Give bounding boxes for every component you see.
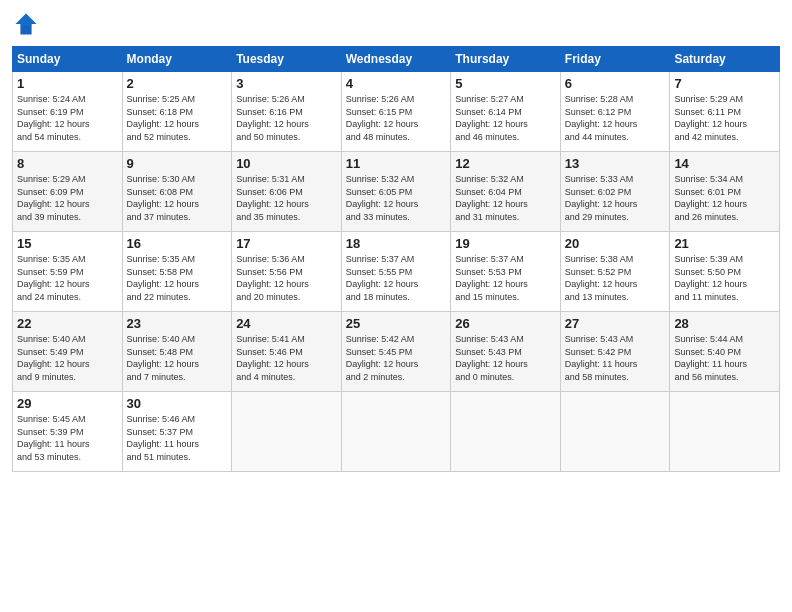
day-detail: Sunrise: 5:32 AM Sunset: 6:04 PM Dayligh… [455,173,556,223]
calendar-cell: 27Sunrise: 5:43 AM Sunset: 5:42 PM Dayli… [560,312,670,392]
day-detail: Sunrise: 5:44 AM Sunset: 5:40 PM Dayligh… [674,333,775,383]
col-header-wednesday: Wednesday [341,47,451,72]
day-number: 25 [346,316,447,331]
day-detail: Sunrise: 5:27 AM Sunset: 6:14 PM Dayligh… [455,93,556,143]
day-detail: Sunrise: 5:41 AM Sunset: 5:46 PM Dayligh… [236,333,337,383]
day-number: 11 [346,156,447,171]
calendar-cell: 29Sunrise: 5:45 AM Sunset: 5:39 PM Dayli… [13,392,123,472]
calendar-cell: 15Sunrise: 5:35 AM Sunset: 5:59 PM Dayli… [13,232,123,312]
logo-icon [12,10,40,38]
day-number: 24 [236,316,337,331]
day-detail: Sunrise: 5:33 AM Sunset: 6:02 PM Dayligh… [565,173,666,223]
calendar-cell [560,392,670,472]
day-detail: Sunrise: 5:29 AM Sunset: 6:11 PM Dayligh… [674,93,775,143]
calendar-cell: 8Sunrise: 5:29 AM Sunset: 6:09 PM Daylig… [13,152,123,232]
col-header-saturday: Saturday [670,47,780,72]
day-number: 29 [17,396,118,411]
calendar-cell: 11Sunrise: 5:32 AM Sunset: 6:05 PM Dayli… [341,152,451,232]
day-number: 23 [127,316,228,331]
day-number: 6 [565,76,666,91]
calendar-cell: 3Sunrise: 5:26 AM Sunset: 6:16 PM Daylig… [232,72,342,152]
logo [12,10,44,38]
day-detail: Sunrise: 5:32 AM Sunset: 6:05 PM Dayligh… [346,173,447,223]
day-detail: Sunrise: 5:34 AM Sunset: 6:01 PM Dayligh… [674,173,775,223]
calendar-cell: 13Sunrise: 5:33 AM Sunset: 6:02 PM Dayli… [560,152,670,232]
calendar-cell [341,392,451,472]
calendar-cell: 26Sunrise: 5:43 AM Sunset: 5:43 PM Dayli… [451,312,561,392]
calendar-cell: 21Sunrise: 5:39 AM Sunset: 5:50 PM Dayli… [670,232,780,312]
col-header-monday: Monday [122,47,232,72]
col-header-friday: Friday [560,47,670,72]
day-number: 18 [346,236,447,251]
col-header-sunday: Sunday [13,47,123,72]
day-detail: Sunrise: 5:37 AM Sunset: 5:53 PM Dayligh… [455,253,556,303]
day-detail: Sunrise: 5:24 AM Sunset: 6:19 PM Dayligh… [17,93,118,143]
day-number: 17 [236,236,337,251]
day-number: 22 [17,316,118,331]
calendar-cell: 22Sunrise: 5:40 AM Sunset: 5:49 PM Dayli… [13,312,123,392]
calendar-cell: 2Sunrise: 5:25 AM Sunset: 6:18 PM Daylig… [122,72,232,152]
calendar-container: SundayMondayTuesdayWednesdayThursdayFrid… [0,0,792,482]
calendar-cell: 23Sunrise: 5:40 AM Sunset: 5:48 PM Dayli… [122,312,232,392]
calendar-cell: 16Sunrise: 5:35 AM Sunset: 5:58 PM Dayli… [122,232,232,312]
day-detail: Sunrise: 5:35 AM Sunset: 5:59 PM Dayligh… [17,253,118,303]
day-detail: Sunrise: 5:31 AM Sunset: 6:06 PM Dayligh… [236,173,337,223]
col-header-thursday: Thursday [451,47,561,72]
day-detail: Sunrise: 5:36 AM Sunset: 5:56 PM Dayligh… [236,253,337,303]
day-number: 8 [17,156,118,171]
day-number: 19 [455,236,556,251]
calendar-cell: 25Sunrise: 5:42 AM Sunset: 5:45 PM Dayli… [341,312,451,392]
day-number: 3 [236,76,337,91]
day-detail: Sunrise: 5:35 AM Sunset: 5:58 PM Dayligh… [127,253,228,303]
col-header-tuesday: Tuesday [232,47,342,72]
day-number: 14 [674,156,775,171]
day-detail: Sunrise: 5:37 AM Sunset: 5:55 PM Dayligh… [346,253,447,303]
day-number: 30 [127,396,228,411]
day-number: 28 [674,316,775,331]
day-detail: Sunrise: 5:40 AM Sunset: 5:48 PM Dayligh… [127,333,228,383]
day-number: 27 [565,316,666,331]
day-detail: Sunrise: 5:38 AM Sunset: 5:52 PM Dayligh… [565,253,666,303]
calendar-cell: 20Sunrise: 5:38 AM Sunset: 5:52 PM Dayli… [560,232,670,312]
day-number: 12 [455,156,556,171]
day-detail: Sunrise: 5:30 AM Sunset: 6:08 PM Dayligh… [127,173,228,223]
calendar-cell [670,392,780,472]
day-detail: Sunrise: 5:28 AM Sunset: 6:12 PM Dayligh… [565,93,666,143]
calendar-cell: 24Sunrise: 5:41 AM Sunset: 5:46 PM Dayli… [232,312,342,392]
day-number: 1 [17,76,118,91]
day-number: 26 [455,316,556,331]
calendar-cell [451,392,561,472]
day-detail: Sunrise: 5:43 AM Sunset: 5:43 PM Dayligh… [455,333,556,383]
calendar-cell: 18Sunrise: 5:37 AM Sunset: 5:55 PM Dayli… [341,232,451,312]
day-detail: Sunrise: 5:39 AM Sunset: 5:50 PM Dayligh… [674,253,775,303]
day-detail: Sunrise: 5:26 AM Sunset: 6:15 PM Dayligh… [346,93,447,143]
calendar-cell: 7Sunrise: 5:29 AM Sunset: 6:11 PM Daylig… [670,72,780,152]
calendar-cell [232,392,342,472]
calendar-table: SundayMondayTuesdayWednesdayThursdayFrid… [12,46,780,472]
day-number: 10 [236,156,337,171]
calendar-cell: 28Sunrise: 5:44 AM Sunset: 5:40 PM Dayli… [670,312,780,392]
day-number: 4 [346,76,447,91]
day-number: 7 [674,76,775,91]
day-number: 21 [674,236,775,251]
day-detail: Sunrise: 5:26 AM Sunset: 6:16 PM Dayligh… [236,93,337,143]
calendar-cell: 14Sunrise: 5:34 AM Sunset: 6:01 PM Dayli… [670,152,780,232]
day-number: 20 [565,236,666,251]
calendar-header [12,10,780,38]
calendar-cell: 10Sunrise: 5:31 AM Sunset: 6:06 PM Dayli… [232,152,342,232]
day-detail: Sunrise: 5:25 AM Sunset: 6:18 PM Dayligh… [127,93,228,143]
calendar-cell: 6Sunrise: 5:28 AM Sunset: 6:12 PM Daylig… [560,72,670,152]
calendar-cell: 4Sunrise: 5:26 AM Sunset: 6:15 PM Daylig… [341,72,451,152]
day-number: 15 [17,236,118,251]
calendar-cell: 12Sunrise: 5:32 AM Sunset: 6:04 PM Dayli… [451,152,561,232]
day-detail: Sunrise: 5:40 AM Sunset: 5:49 PM Dayligh… [17,333,118,383]
calendar-cell: 1Sunrise: 5:24 AM Sunset: 6:19 PM Daylig… [13,72,123,152]
day-number: 5 [455,76,556,91]
day-number: 2 [127,76,228,91]
day-number: 9 [127,156,228,171]
day-detail: Sunrise: 5:45 AM Sunset: 5:39 PM Dayligh… [17,413,118,463]
calendar-cell: 30Sunrise: 5:46 AM Sunset: 5:37 PM Dayli… [122,392,232,472]
calendar-cell: 17Sunrise: 5:36 AM Sunset: 5:56 PM Dayli… [232,232,342,312]
day-number: 13 [565,156,666,171]
svg-marker-1 [16,14,37,26]
